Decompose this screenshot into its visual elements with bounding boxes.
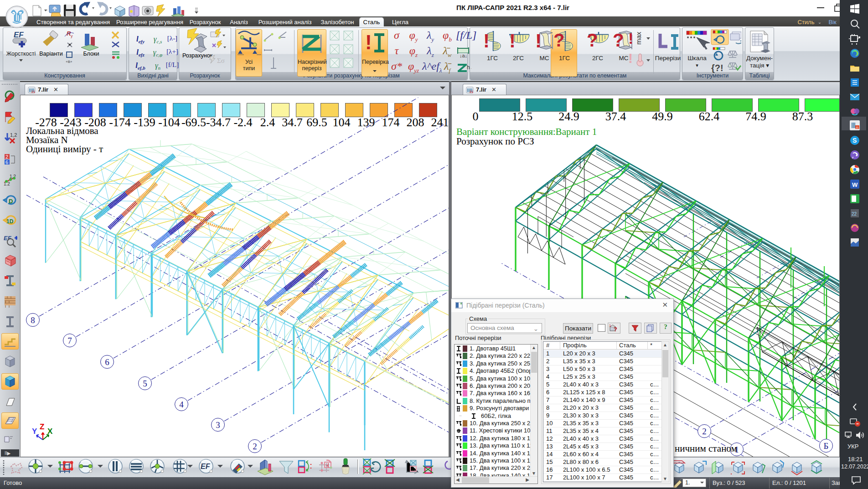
svg-text:?: ? [614, 326, 617, 333]
svg-text:6: 6 [5, 160, 8, 165]
svg-text:S: S [852, 137, 857, 144]
svg-text:22: 22 [852, 211, 857, 216]
svg-text:?: ? [553, 30, 564, 50]
svg-text:!: ! [483, 30, 490, 51]
svg-text:!: ! [509, 30, 516, 51]
svg-text:!: ! [535, 30, 542, 51]
svg-text:21: 21 [470, 90, 473, 93]
svg-text:Σσ: Σσ [217, 57, 225, 64]
svg-text:2: 2 [5, 154, 8, 160]
svg-text:W: W [852, 181, 858, 188]
svg-text:Жорсткості: Жорсткості [6, 51, 36, 57]
svg-text:21: 21 [31, 90, 35, 93]
svg-text:{?!: {?! [711, 63, 723, 73]
svg-text:?: ? [587, 30, 598, 50]
svg-text:D: D [9, 198, 13, 205]
svg-text:h→: h→ [467, 64, 471, 71]
svg-text:21: 21 [856, 126, 859, 129]
svg-text:!: ! [628, 30, 633, 47]
svg-text:y: y [71, 34, 73, 38]
svg-text:Варіанти: Варіанти [39, 51, 63, 57]
svg-text:1D: 1D [6, 218, 14, 225]
svg-text:EF: EF [14, 31, 24, 39]
svg-text:?: ? [613, 30, 624, 50]
svg-text:Блоки: Блоки [83, 51, 99, 57]
svg-text:Розрахунок: Розрахунок [182, 52, 213, 59]
svg-text:II▶: II▶ [5, 451, 11, 456]
svg-text:↓a↓: ↓a↓ [460, 53, 467, 58]
svg-text:!: ! [365, 31, 372, 53]
svg-text:EF: EF [201, 463, 211, 470]
svg-text:+B+: +B+ [66, 60, 72, 64]
svg-text:1,2: 1,2 [10, 132, 17, 138]
svg-text:1: 1 [609, 324, 611, 328]
svg-text:max: max [635, 31, 642, 45]
svg-text:!: ! [628, 51, 633, 66]
